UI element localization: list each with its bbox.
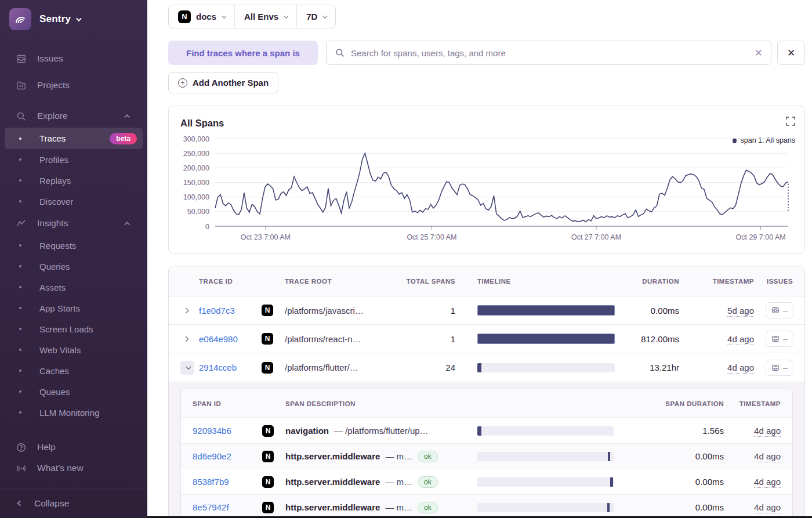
clear-search-icon[interactable]: ✕ xyxy=(755,48,763,58)
span-search-bar: ✕ xyxy=(326,41,771,65)
timeline-track[interactable] xyxy=(477,503,614,512)
sidebar-item-web-vitals[interactable]: Web Vitals xyxy=(5,339,143,360)
timeline-track[interactable] xyxy=(477,477,614,487)
sidebar-item-label: Issues xyxy=(37,53,63,64)
fullscreen-icon[interactable] xyxy=(786,117,795,128)
org-switcher[interactable]: Sentry xyxy=(9,8,138,30)
timeline-bar xyxy=(477,426,481,436)
sidebar-section-explore[interactable]: Explore xyxy=(0,104,147,128)
sidebar-item-replays[interactable]: Replays xyxy=(5,170,143,191)
issues-button[interactable]: – xyxy=(766,360,793,376)
trace-id-link[interactable]: e064e980 xyxy=(199,334,262,344)
span-description: — m… xyxy=(385,477,412,487)
timestamp-link[interactable]: 5d ago xyxy=(727,306,754,317)
sidebar-item-whats-new[interactable]: What's new xyxy=(0,458,147,479)
sidebar-item-assets[interactable]: Assets xyxy=(5,277,143,298)
sidebar-item-llm-monitoring[interactable]: LLM Monitoring xyxy=(5,402,143,423)
find-traces-chip[interactable]: Find traces where a span is xyxy=(168,41,318,65)
span-description: — /platforms/flutter/up… xyxy=(334,426,429,436)
timestamp-link[interactable]: 4d ago xyxy=(727,363,754,374)
span-row[interactable]: 8538f7b9 N http.server.middleware — m… o… xyxy=(181,469,792,495)
issues-button[interactable]: – xyxy=(766,302,793,318)
status-badge: ok xyxy=(418,451,438,462)
timestamp-link[interactable]: 4d ago xyxy=(754,477,781,488)
collapse-chevron-down-icon[interactable] xyxy=(180,361,194,375)
span-id-link[interactable]: 920934b6 xyxy=(193,426,262,436)
collapse-label: Collapse xyxy=(34,498,69,509)
col-timestamp: TIMESTAMP xyxy=(679,278,754,285)
traces-table: TRACE ID TRACE ROOT TOTAL SPANS TIMELINE… xyxy=(168,266,805,518)
sidebar-item-traces[interactable]: Traces beta xyxy=(5,128,143,149)
status-badge: ok xyxy=(418,476,438,488)
bullet-icon xyxy=(19,307,21,309)
all-spans-chart[interactable]: 050,000100,000150,000200,000250,000300,0… xyxy=(170,134,800,249)
table-row-expanded[interactable]: 2914cceb N /platforms/flutter/… 24 13.21… xyxy=(169,353,804,382)
sidebar-item-screen-loads[interactable]: Screen Loads xyxy=(5,318,143,339)
span-description: — m… xyxy=(385,502,412,512)
span-id-link[interactable]: 8538f7b9 xyxy=(193,477,262,487)
span-description: — m… xyxy=(385,451,412,461)
sidebar-item-queries[interactable]: Queries xyxy=(5,256,143,277)
sidebar-item-issues[interactable]: Issues xyxy=(0,45,147,72)
sidebar-item-label: Projects xyxy=(37,80,70,90)
sidebar-item-label: Help xyxy=(37,442,56,452)
timestamp-link[interactable]: 4d ago xyxy=(727,334,754,345)
span-row[interactable]: 920934b6 N navigation — /platforms/flutt… xyxy=(181,418,792,444)
nextjs-project-icon: N xyxy=(262,362,273,374)
table-row[interactable]: e064e980 N /platforms/react-n… 1 812.00m… xyxy=(169,325,804,353)
svg-text:100,000: 100,000 xyxy=(183,193,209,201)
span-search-input[interactable] xyxy=(351,48,749,58)
span-row[interactable]: 8d6e90e2 N http.server.middleware — m… o… xyxy=(181,444,792,469)
trace-id-link[interactable]: f1e0d7c3 xyxy=(199,306,262,316)
add-another-span-button[interactable]: + Add Another Span xyxy=(168,72,278,93)
svg-text:Oct 27 7:00 AM: Oct 27 7:00 AM xyxy=(571,233,621,241)
main-content: N docs All Envs 7D Find traces where a s… xyxy=(147,0,812,518)
sidebar-item-caches[interactable]: Caches xyxy=(5,360,143,381)
issues-icon xyxy=(771,306,780,314)
timeline-bar xyxy=(477,363,481,372)
timestamp-link[interactable]: 4d ago xyxy=(754,451,781,462)
sidebar-collapse-button[interactable]: Collapse xyxy=(0,488,147,518)
table-row[interactable]: f1e0d7c3 N /platforms/javascri… 1 0.00ms… xyxy=(169,296,804,325)
sidebar-item-label: LLM Monitoring xyxy=(39,408,99,418)
environment-selector[interactable]: All Envs xyxy=(234,5,296,28)
expand-chevron-right-icon[interactable] xyxy=(180,337,191,341)
expand-chevron-right-icon[interactable] xyxy=(180,309,191,313)
issues-button[interactable]: – xyxy=(766,331,793,347)
trace-root: /platforms/react-n… xyxy=(285,334,397,344)
sidebar-item-queues[interactable]: Queues xyxy=(5,381,143,402)
chevron-down-icon xyxy=(76,16,82,21)
timeline-bar[interactable] xyxy=(477,334,615,344)
timeline-track[interactable] xyxy=(477,363,615,372)
span-id-link[interactable]: 8d6e90e2 xyxy=(193,451,262,461)
sidebar-item-projects[interactable]: Projects xyxy=(0,72,147,99)
span-id-link[interactable]: 8e57942f xyxy=(193,502,262,512)
sidebar-item-requests[interactable]: Requests xyxy=(5,235,143,256)
timeline-bar[interactable] xyxy=(477,305,615,316)
timeline-track[interactable] xyxy=(477,452,614,461)
date-range-selector[interactable]: 7D xyxy=(296,5,335,28)
sidebar-item-app-starts[interactable]: App Starts xyxy=(5,298,143,318)
chevron-up-icon xyxy=(124,114,130,119)
svg-text:Oct 25 7:00 AM: Oct 25 7:00 AM xyxy=(407,233,456,241)
timestamp-link[interactable]: 4d ago xyxy=(754,502,781,513)
span-duration: 0.00ms xyxy=(614,502,724,512)
projects-icon xyxy=(16,80,27,91)
timestamp-link[interactable]: 4d ago xyxy=(754,426,781,437)
remove-span-filter-button[interactable]: ✕ xyxy=(777,41,805,65)
sidebar-section-insights[interactable]: Insights xyxy=(0,212,147,235)
trace-id-link[interactable]: 2914cceb xyxy=(199,363,262,372)
sidebar-item-label: Traces xyxy=(39,133,66,143)
sidebar-item-help[interactable]: Help xyxy=(0,437,147,458)
bullet-icon xyxy=(19,265,21,267)
sidebar-item-discover[interactable]: Discover xyxy=(5,191,143,212)
chevron-left-icon xyxy=(17,501,23,506)
sidebar-item-label: Web Vitals xyxy=(39,345,81,355)
bullet-icon xyxy=(19,137,21,140)
span-row[interactable]: 8e57942f N http.server.middleware — m… o… xyxy=(181,495,792,518)
sidebar-item-profiles[interactable]: Profiles xyxy=(5,149,143,170)
project-selector[interactable]: N docs xyxy=(169,5,234,28)
search-icon xyxy=(16,111,27,122)
bullet-icon xyxy=(19,390,21,393)
timeline-track[interactable] xyxy=(477,426,614,436)
